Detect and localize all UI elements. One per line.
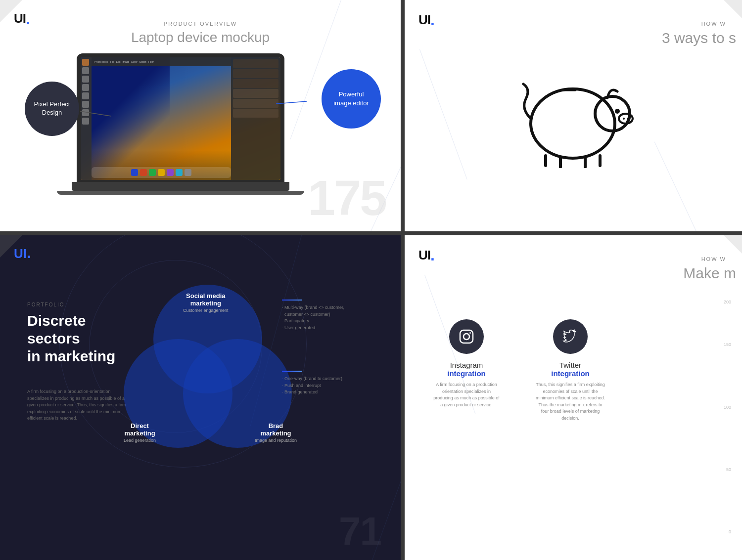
ps-thumb-4 bbox=[233, 89, 278, 98]
bubble-blue-text: Powerful image editor bbox=[333, 90, 369, 108]
label-line-2 bbox=[282, 371, 302, 372]
instagram-icon bbox=[458, 328, 475, 345]
venn-label-bl-sub: Lead generation bbox=[124, 438, 156, 443]
dock-icon-4 bbox=[158, 169, 165, 176]
social-icons-area: Instagram integration A firm focusing on… bbox=[434, 319, 603, 422]
ps-topbar: Photoshop File Edit Image Layer Select F… bbox=[92, 57, 231, 66]
ps-panel bbox=[231, 57, 280, 180]
dock-icon-5 bbox=[167, 169, 174, 176]
panel-bottom-left: UI. PORTFOLIO Discrete sectors in market… bbox=[0, 235, 401, 560]
bubble-dark: Pixel Perfect Design bbox=[25, 82, 79, 136]
make-m-title: Make m bbox=[683, 265, 736, 282]
label-group-2: · One-way (brand to customer) · Push and… bbox=[282, 371, 371, 396]
logo-tr: UI. bbox=[418, 11, 434, 29]
venn-label-top: Social mediamarketing Customer engagemen… bbox=[183, 292, 229, 313]
instagram-icon-circle bbox=[449, 319, 484, 354]
instagram-name: Instagram integration bbox=[447, 361, 486, 378]
twitter-name: Twitter integration bbox=[551, 361, 590, 378]
twitter-desc: Thus, this signifies a firm exploiting e… bbox=[536, 382, 605, 422]
venn-label-bl: Directmarketing Lead generation bbox=[124, 422, 156, 443]
dock-icon-1 bbox=[131, 169, 138, 176]
twitter-item: Twitter integration Thus, this signifies… bbox=[538, 319, 603, 422]
bubble-dark-text: Pixel Perfect Design bbox=[34, 100, 70, 117]
dock-icon-2 bbox=[140, 169, 147, 176]
venn-diagram: Social mediamarketing Customer engagemen… bbox=[114, 275, 302, 463]
product-label: PRODUCT OVERVIEW bbox=[0, 21, 401, 27]
laptop-screen-outer: Photoshop File Edit Image Layer Select F… bbox=[77, 53, 284, 182]
tool-3 bbox=[82, 76, 89, 83]
scale-50: 50 bbox=[726, 467, 731, 472]
right-labels: · Multi-way (brand <> customer, customer… bbox=[282, 300, 371, 413]
svg-point-5 bbox=[619, 114, 633, 124]
label-line-1 bbox=[282, 300, 302, 301]
bubble-blue: Powerful image editor bbox=[322, 69, 381, 129]
corner-decoration-tr bbox=[724, 0, 742, 22]
scale-200: 200 bbox=[724, 300, 731, 304]
label-group-1: · Multi-way (brand <> customer, customer… bbox=[282, 300, 371, 331]
piggy-bank-icon bbox=[516, 59, 635, 168]
tool-7 bbox=[82, 109, 89, 116]
watermark-dark: 71 bbox=[339, 509, 381, 554]
how-w-label: HOW W bbox=[701, 21, 726, 27]
ps-thumb-2 bbox=[233, 69, 278, 78]
svg-point-14 bbox=[469, 332, 471, 334]
corner-decoration-br bbox=[724, 235, 742, 258]
tool-8 bbox=[82, 118, 89, 125]
how-w-label-br: HOW W bbox=[701, 256, 726, 262]
ps-thumb-1 bbox=[233, 59, 278, 68]
tool-4 bbox=[82, 84, 89, 91]
dock-icon-6 bbox=[176, 169, 183, 176]
logo-bl: UI. bbox=[14, 246, 31, 261]
dock-icon-3 bbox=[149, 169, 156, 176]
tool-6 bbox=[82, 101, 89, 108]
svg-rect-12 bbox=[460, 330, 473, 343]
venn-label-br-sub: Image and reputation bbox=[255, 438, 297, 443]
instagram-item: Instagram integration A firm focusing on… bbox=[434, 319, 499, 422]
ps-thumb-3 bbox=[233, 79, 278, 88]
watermark-number: 175 bbox=[308, 170, 386, 226]
ps-thumb-6 bbox=[233, 109, 278, 118]
laptop-screen-inner: Photoshop File Edit Image Layer Select F… bbox=[81, 57, 280, 180]
sector-desc: A firm focusing on a production-orientat… bbox=[27, 388, 126, 422]
tool-1 bbox=[82, 59, 89, 66]
venn-label-bl-title: Directmarketing bbox=[124, 422, 156, 437]
ways-title: 3 ways to s bbox=[662, 30, 736, 46]
portfolio-label: PORTFOLIO bbox=[27, 302, 65, 307]
venn-label-top-sub: Customer engagement bbox=[183, 308, 229, 313]
piggy-area bbox=[405, 59, 742, 168]
svg-point-6 bbox=[623, 118, 625, 120]
dock bbox=[92, 167, 231, 178]
venn-label-top-title: Social mediamarketing bbox=[183, 292, 229, 307]
scale-100: 100 bbox=[724, 405, 731, 410]
ps-thumb-5 bbox=[233, 99, 278, 108]
venn-label-br: Bradmarketing Image and reputation bbox=[255, 422, 297, 443]
laptop-mockup: Photoshop File Edit Image Layer Select F… bbox=[77, 53, 304, 195]
scale-0: 0 bbox=[729, 529, 731, 534]
product-title: Laptop device mockup bbox=[0, 30, 401, 45]
tool-2 bbox=[82, 67, 89, 74]
svg-point-7 bbox=[627, 118, 629, 120]
label-text-1: · Multi-way (brand <> customer, customer… bbox=[282, 304, 371, 331]
panel-top-right: UI. HOW W 3 ways to s bbox=[405, 0, 742, 231]
tool-5 bbox=[82, 92, 89, 99]
label-text-2: · One-way (brand to customer) · Push and… bbox=[282, 376, 371, 396]
laptop-foot bbox=[57, 191, 304, 195]
svg-point-13 bbox=[464, 334, 469, 340]
laptop-base bbox=[72, 182, 289, 191]
logo-br: UI. bbox=[418, 246, 434, 264]
dock-icon-7 bbox=[185, 169, 191, 176]
ps-toolbar bbox=[81, 57, 92, 180]
twitter-icon-circle bbox=[553, 319, 588, 354]
panel-bottom-right: UI. HOW W Make m Instagram integration bbox=[405, 235, 742, 560]
scale-150: 150 bbox=[724, 342, 731, 347]
twitter-icon bbox=[562, 328, 579, 345]
venn-label-br-title: Bradmarketing bbox=[255, 422, 297, 437]
instagram-desc: A firm focusing on a production orientat… bbox=[432, 382, 501, 408]
scale-bar: 0 50 100 150 200 bbox=[716, 285, 731, 534]
svg-point-4 bbox=[615, 109, 620, 114]
panel-top-left: UI. PRODUCT OVERVIEW Laptop device mocku… bbox=[0, 0, 401, 231]
